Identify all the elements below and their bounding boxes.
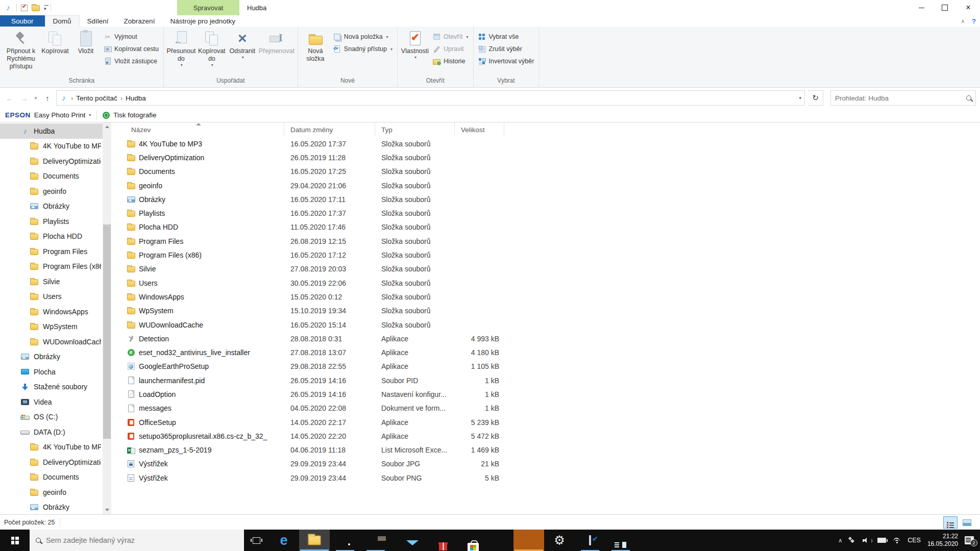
sidebar-item[interactable]: DATA (D:) [0, 424, 111, 440]
search-input[interactable] [835, 94, 966, 102]
sidebar-item[interactable]: geoinfo [0, 485, 111, 500]
rename-button[interactable]: Přejmenovat [258, 28, 296, 56]
sticky-notes-taskbar-button[interactable] [513, 530, 544, 551]
epson-dropdown-icon[interactable]: ▾ [89, 113, 91, 117]
table-row[interactable]: launchermanifest.pid26.05.2019 14:16Soub… [111, 373, 980, 387]
table-row[interactable]: messages04.05.2020 22:08Dokument ve form… [111, 402, 980, 415]
edge-taskbar-button[interactable]: e [268, 530, 299, 551]
sidebar-item[interactable]: Plocha HDD [0, 229, 111, 244]
minimize-button[interactable] [910, 0, 933, 15]
delete-button[interactable]: × Odstranit ▾ [227, 28, 258, 61]
customize-quick-access-icon[interactable]: ▾ [44, 5, 46, 11]
table-row[interactable]: Users30.05.2019 22:06Složka souborů [111, 276, 980, 290]
task-view-button[interactable] [244, 530, 268, 551]
language-indicator[interactable]: CES [908, 537, 921, 544]
forward-icon[interactable]: → [18, 94, 30, 103]
move-to-button[interactable]: Přesunout do ▾ [166, 28, 197, 68]
table-row[interactable]: OfficeSetup14.05.2020 22:17Aplikace5 239… [111, 415, 980, 429]
sidebar-item[interactable]: WUDownloadCache [0, 334, 111, 349]
up-icon[interactable]: ↑ [42, 94, 53, 103]
table-row[interactable]: Plocha HDD11.05.2020 17:46Složka souborů [111, 220, 980, 234]
table-row[interactable]: GoogleEarthProSetup29.08.2018 22:55Aplik… [111, 360, 980, 373]
table-row[interactable]: DeliveryOptimization26.05.2019 11:28Slož… [111, 151, 980, 164]
column-header-date[interactable]: Datum změny [284, 122, 375, 137]
sidebar-item[interactable]: Videa [0, 394, 111, 410]
paste-button[interactable]: Vložit [70, 28, 101, 56]
table-row[interactable]: WpSystem15.10.2019 19:34Složka souborů [111, 304, 980, 318]
settings-taskbar-button[interactable]: ⚙ [544, 530, 575, 551]
sidebar-scrollbar[interactable] [103, 122, 111, 514]
sidebar-item[interactable]: OS (C:) [0, 410, 111, 425]
column-header-size[interactable]: Velikost [455, 122, 504, 137]
table-row[interactable]: Playlists16.05.2020 17:37Složka souborů [111, 206, 980, 220]
table-row[interactable]: setupo365proplusretail.x86.cs-cz_b_32_14… [111, 429, 980, 443]
refresh-button[interactable]: ↻ [808, 90, 823, 106]
chrome-taskbar-button[interactable] [330, 530, 360, 551]
tab-share[interactable]: Sdílení [80, 15, 116, 27]
print-photo-button[interactable]: Tisk fotografie [113, 111, 156, 119]
table-row[interactable]: 4K YouTube to MP316.05.2020 17:37Složka … [111, 137, 980, 151]
sidebar-item[interactable]: 4K YouTube to MP3 [0, 139, 111, 154]
sidebar-item[interactable]: Stažené soubory [0, 380, 111, 395]
wifi-icon[interactable] [893, 537, 901, 543]
address-bar[interactable]: ♪ › Tento počítač › Hudba ▾ [56, 90, 805, 106]
table-row[interactable]: eeset_nod32_antivirus_live_installer27.0… [111, 345, 980, 359]
sidebar-item[interactable]: Users [0, 289, 111, 305]
volume-icon[interactable] [863, 537, 871, 544]
recent-locations-icon[interactable]: ▾ [33, 95, 39, 101]
open-button[interactable]: Otevřít▾ [430, 31, 471, 43]
easy-access-button[interactable]: Snadný přístup▾ [331, 43, 395, 55]
epson-product-label[interactable]: Easy Photo Print [34, 111, 86, 119]
column-header-type[interactable]: Typ [375, 122, 455, 137]
cut-button[interactable]: ✂Vyjmout [101, 31, 161, 43]
control-panel-taskbar-button[interactable] [605, 530, 636, 551]
copy-button[interactable]: Kopírovat [40, 28, 70, 56]
table-row[interactable]: geoinfo29.04.2020 21:06Složka souborů [111, 179, 980, 192]
battery-icon[interactable] [877, 538, 886, 543]
table-row[interactable]: LoadOption26.05.2019 14:16Nastavení konf… [111, 387, 980, 401]
taskbar-search-box[interactable] [30, 530, 244, 551]
maximize-button[interactable] [933, 0, 957, 15]
sidebar-item[interactable]: DeliveryOptimization [0, 154, 111, 169]
table-row[interactable]: Detection28.08.2018 0:31Aplikace4 993 kB [111, 332, 980, 345]
details-view-button[interactable] [943, 516, 958, 529]
paste-shortcut-button[interactable]: Vložit zástupce [101, 55, 161, 67]
sidebar-item[interactable]: WpSystem [0, 319, 111, 335]
table-row[interactable]: Silvie27.08.2019 20:03Složka souborů [111, 262, 980, 276]
scroll-down-icon[interactable] [103, 506, 111, 514]
sidebar-item[interactable]: ♪Hudba [0, 123, 111, 139]
start-button[interactable] [0, 530, 30, 551]
table-row[interactable]: Program Files (x86)16.05.2020 17:12Složk… [111, 248, 980, 262]
clock[interactable]: 21:22 16.05.2020 [927, 533, 958, 548]
sidebar-item[interactable]: geoinfo [0, 184, 111, 199]
collapse-ribbon-icon[interactable]: ∧ [961, 18, 965, 24]
printer-tool-taskbar-button[interactable] [360, 530, 391, 551]
new-item-button[interactable]: Nová položka▾ [331, 31, 395, 43]
sidebar-item[interactable]: Silvie [0, 274, 111, 289]
microsoft-store-taskbar-button[interactable] [452, 530, 483, 551]
search-box[interactable] [830, 90, 976, 106]
sidebar-item[interactable]: Playlists [0, 214, 111, 229]
dropbox-icon[interactable] [849, 537, 856, 544]
tab-home[interactable]: Domů [45, 15, 80, 27]
column-header-name[interactable]: Název [111, 122, 284, 137]
copy-to-button[interactable]: Kopírovat do ▾ [197, 28, 227, 68]
table-row[interactable]: seznam_pzs_1-5-201904.06.2019 11:18List … [111, 443, 980, 457]
breadcrumb-root[interactable]: Tento počítač [76, 94, 117, 102]
sidebar-item[interactable]: Program Files [0, 244, 111, 259]
table-row[interactable]: Výstřižek29.09.2019 23:44Soubor PNG5 kB [111, 471, 980, 485]
history-button[interactable]: Historie [430, 55, 471, 67]
computer-check-taskbar-button[interactable] [575, 530, 605, 551]
manage-contextual-tab[interactable]: Spravovat [177, 0, 239, 15]
sidebar-item[interactable]: WindowsApps [0, 304, 111, 319]
sidebar-item[interactable]: Documents [0, 169, 111, 184]
sidebar-item[interactable]: Obrázky [0, 500, 111, 515]
close-button[interactable]: × [957, 0, 980, 15]
address-dropdown-icon[interactable]: ▾ [799, 95, 801, 101]
file-explorer-taskbar-button[interactable] [299, 530, 330, 551]
tab-file[interactable]: Soubor [0, 15, 45, 27]
properties-button[interactable]: Vlastnosti ▾ [400, 28, 430, 61]
taskbar-search-input[interactable] [46, 536, 238, 544]
tab-view[interactable]: Zobrazení [116, 15, 163, 27]
search-icon[interactable] [966, 95, 971, 101]
